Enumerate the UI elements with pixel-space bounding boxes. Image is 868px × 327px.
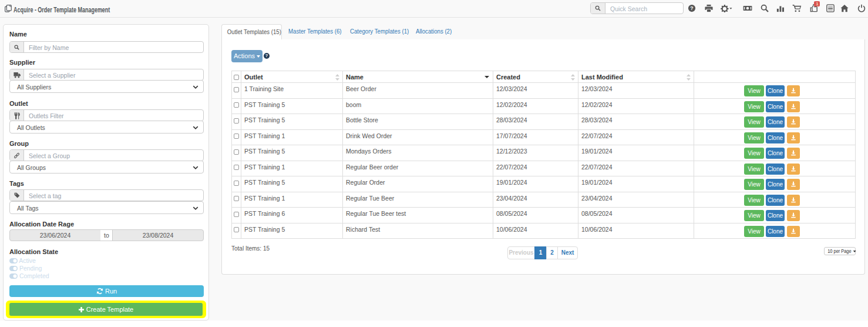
svg-text:?: ? bbox=[690, 5, 693, 11]
